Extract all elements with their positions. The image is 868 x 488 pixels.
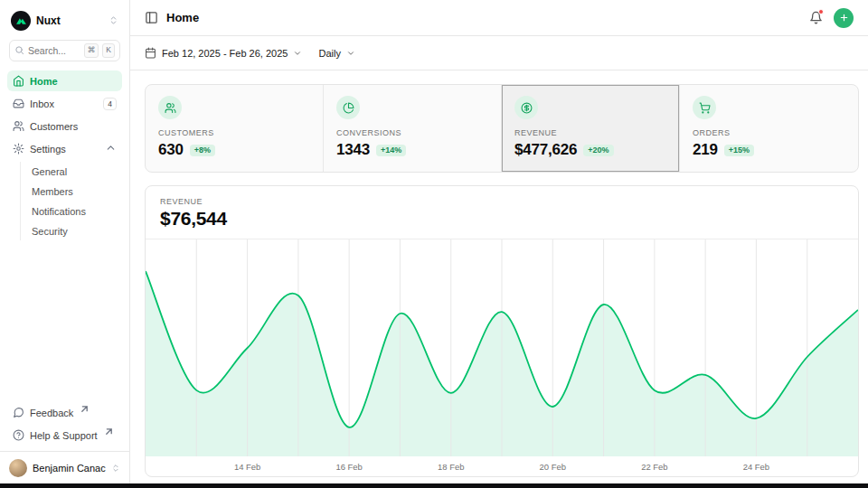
sidebar-item-inbox[interactable]: Inbox 4 — [7, 93, 122, 114]
stat-label: CUSTOMERS — [158, 128, 310, 137]
content: CUSTOMERS 630 +8% CONVERSIONS 1343 +14% — [130, 70, 868, 488]
stat-card-conversions[interactable]: CONVERSIONS 1343 +14% — [324, 85, 502, 172]
nuxt-logo-icon — [11, 11, 31, 31]
stat-value: 219 — [693, 141, 718, 159]
dashboard-app: Nuxt ⌘ K Home Inbox 4 — [0, 0, 868, 488]
notifications-button[interactable] — [809, 11, 823, 24]
svg-text:22 Feb: 22 Feb — [641, 462, 667, 472]
sidebar: Nuxt ⌘ K Home Inbox 4 — [0, 0, 130, 488]
sub-item-label: General — [32, 166, 67, 177]
page-header: Home — [130, 0, 868, 36]
search-icon — [14, 42, 24, 59]
chevron-down-icon — [293, 49, 302, 58]
chevron-down-icon — [346, 49, 355, 58]
sidebar-item-label: Customers — [30, 121, 78, 132]
svg-text:18 Feb: 18 Feb — [438, 462, 464, 472]
svg-text:14 Feb: 14 Feb — [234, 462, 260, 472]
stat-label: ORDERS — [693, 128, 845, 137]
page-title: Home — [166, 11, 199, 24]
sidebar-item-customers[interactable]: Customers — [7, 116, 122, 136]
chart-pie-icon — [336, 96, 360, 119]
chevron-up-icon — [105, 142, 117, 155]
stat-label: REVENUE — [514, 128, 666, 137]
message-bubble-icon — [13, 407, 24, 418]
main-area: Home Feb 12, 2025 - Feb 26, 2025 Daily — [130, 0, 868, 488]
search-input[interactable] — [28, 45, 80, 56]
help-circle-icon — [13, 429, 24, 441]
sidebar-item-help-support[interactable]: Help & Support — [7, 425, 122, 446]
stat-card-orders[interactable]: ORDERS 219 +15% — [680, 85, 858, 172]
users-icon — [13, 120, 24, 132]
user-name: Benjamin Canac — [33, 463, 106, 474]
sidebar-toggle-button[interactable] — [145, 11, 158, 24]
sidebar-item-label: Home — [30, 76, 58, 87]
avatar — [9, 459, 27, 477]
shopping-cart-icon — [693, 96, 716, 119]
stat-card-revenue[interactable]: REVENUE $477,626 +20% — [502, 85, 680, 172]
inbox-count-badge: 4 — [103, 98, 117, 110]
frequency-select[interactable]: Daily — [318, 48, 354, 59]
sub-item-label: Security — [32, 226, 68, 237]
stat-delta-badge: +20% — [583, 145, 613, 156]
stat-delta-badge: +8% — [190, 145, 215, 156]
external-link-icon — [79, 403, 90, 417]
user-menu[interactable]: Benjamin Canac — [0, 451, 129, 488]
plus-icon — [839, 13, 849, 23]
stat-value: 1343 — [336, 141, 370, 159]
chart-current-value: $76,544 — [160, 208, 844, 230]
users-icon — [158, 96, 182, 119]
svg-text:24 Feb: 24 Feb — [743, 462, 769, 472]
chevrons-up-down-icon — [111, 460, 120, 476]
sidebar-item-label: Inbox — [30, 99, 54, 109]
home-icon — [13, 75, 24, 87]
sidebar-item-label: Help & Support — [30, 430, 98, 441]
sidebar-footer-nav: Feedback Help & Support — [0, 402, 129, 446]
gear-icon — [13, 143, 24, 155]
sidebar-item-settings[interactable]: Settings — [7, 138, 122, 159]
search-box[interactable]: ⌘ K — [9, 40, 120, 61]
stat-value: $477,626 — [514, 141, 577, 159]
notification-dot — [818, 9, 824, 14]
sidebar-item-label: Feedback — [30, 408, 73, 418]
svg-text:16 Feb: 16 Feb — [335, 462, 362, 472]
stats-row: CUSTOMERS 630 +8% CONVERSIONS 1343 +14% — [145, 84, 859, 173]
stat-delta-badge: +15% — [724, 145, 754, 156]
date-range-picker[interactable]: Feb 12, 2025 - Feb 26, 2025 — [145, 47, 302, 59]
inbox-icon — [13, 98, 24, 109]
sidebar-item-feedback[interactable]: Feedback — [7, 402, 122, 423]
workspace-switcher[interactable]: Nuxt — [0, 7, 129, 40]
revenue-chart-svg: 14 Feb16 Feb18 Feb20 Feb22 Feb24 Feb — [146, 239, 858, 476]
dollar-circle-icon — [514, 96, 538, 119]
sidebar-nav: Home Inbox 4 Customers Settings General — [0, 70, 129, 241]
external-link-icon — [103, 426, 115, 439]
sidebar-item-label: Settings — [30, 144, 66, 155]
filter-toolbar: Feb 12, 2025 - Feb 26, 2025 Daily — [130, 36, 868, 70]
workspace-name: Nuxt — [36, 14, 103, 27]
panel-left-icon — [145, 11, 158, 24]
frequency-label: Daily — [318, 48, 340, 59]
sidebar-item-security[interactable]: Security — [26, 221, 122, 240]
calendar-icon — [145, 47, 156, 59]
stat-delta-badge: +14% — [376, 145, 406, 156]
settings-submenu: General Members Notifications Security — [20, 162, 122, 240]
sidebar-item-notifications[interactable]: Notifications — [26, 202, 122, 221]
date-range-label: Feb 12, 2025 - Feb 26, 2025 — [162, 48, 288, 59]
sidebar-spacer — [0, 241, 129, 402]
sub-item-label: Notifications — [32, 206, 86, 217]
sidebar-item-general[interactable]: General — [26, 162, 122, 181]
header-actions — [809, 8, 854, 28]
add-button[interactable] — [834, 8, 854, 28]
sidebar-item-members[interactable]: Members — [26, 182, 122, 201]
stat-value: 630 — [158, 141, 184, 159]
bottom-edge-bar — [0, 483, 868, 488]
chart-header: REVENUE $76,544 — [146, 186, 858, 239]
stat-label: CONVERSIONS — [336, 128, 488, 137]
kbd-key: K — [102, 43, 115, 57]
kbd-meta: ⌘ — [84, 43, 99, 57]
stat-card-customers[interactable]: CUSTOMERS 630 +8% — [146, 85, 324, 172]
revenue-chart-card: REVENUE $76,544 14 Feb16 Feb18 Feb20 Feb… — [145, 185, 859, 477]
sub-item-label: Members — [32, 186, 73, 197]
sidebar-item-home[interactable]: Home — [7, 70, 122, 91]
svg-text:20 Feb: 20 Feb — [540, 462, 566, 472]
chart-title: REVENUE — [160, 197, 844, 206]
